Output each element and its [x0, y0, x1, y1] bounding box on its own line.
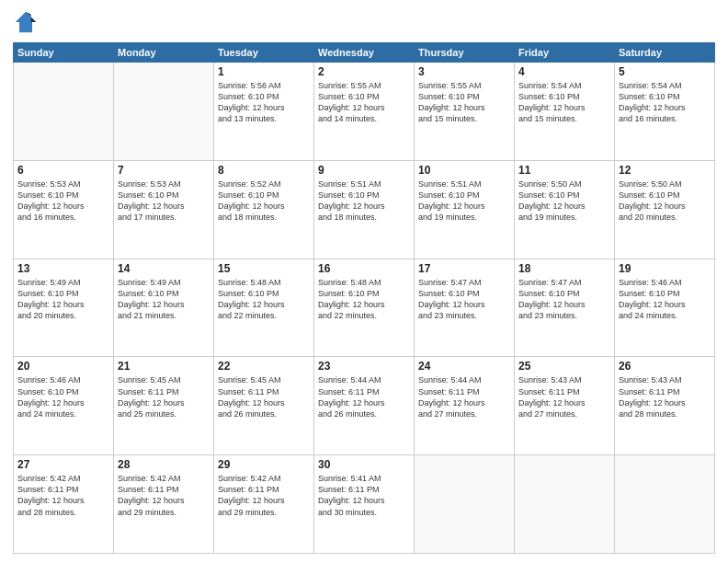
- col-header-monday: Monday: [114, 43, 214, 63]
- day-info: Sunrise: 5:43 AM Sunset: 6:11 PM Dayligh…: [619, 374, 711, 419]
- day-cell: 9Sunrise: 5:51 AM Sunset: 6:10 PM Daylig…: [314, 160, 415, 259]
- day-number: 23: [318, 360, 410, 373]
- day-cell: 23Sunrise: 5:44 AM Sunset: 6:11 PM Dayli…: [314, 357, 415, 455]
- day-cell: 2Sunrise: 5:55 AM Sunset: 6:10 PM Daylig…: [314, 63, 415, 161]
- day-info: Sunrise: 5:51 AM Sunset: 6:10 PM Dayligh…: [418, 178, 510, 224]
- col-header-friday: Friday: [515, 43, 615, 63]
- week-row-1: 1Sunrise: 5:56 AM Sunset: 6:10 PM Daylig…: [14, 63, 715, 161]
- day-info: Sunrise: 5:46 AM Sunset: 6:10 PM Dayligh…: [17, 374, 109, 419]
- day-number: 5: [619, 65, 711, 78]
- day-number: 1: [218, 65, 310, 78]
- day-cell: 17Sunrise: 5:47 AM Sunset: 6:10 PM Dayli…: [415, 259, 515, 357]
- day-info: Sunrise: 5:50 AM Sunset: 6:10 PM Dayligh…: [518, 178, 610, 224]
- col-header-sunday: Sunday: [14, 43, 114, 63]
- logo: [13, 9, 40, 35]
- day-number: 27: [17, 458, 109, 471]
- day-cell: [114, 63, 214, 161]
- day-info: Sunrise: 5:47 AM Sunset: 6:10 PM Dayligh…: [518, 277, 610, 322]
- day-number: 29: [218, 458, 310, 471]
- day-cell: 25Sunrise: 5:43 AM Sunset: 6:11 PM Dayli…: [515, 357, 615, 455]
- day-info: Sunrise: 5:50 AM Sunset: 6:10 PM Dayligh…: [619, 178, 711, 224]
- day-info: Sunrise: 5:54 AM Sunset: 6:10 PM Dayligh…: [619, 80, 711, 125]
- logo-icon: [13, 9, 39, 35]
- day-number: 4: [518, 65, 610, 78]
- day-cell: 18Sunrise: 5:47 AM Sunset: 6:10 PM Dayli…: [515, 259, 615, 357]
- day-number: 21: [118, 360, 210, 373]
- day-number: 25: [518, 360, 610, 373]
- day-number: 12: [619, 164, 711, 177]
- week-row-5: 27Sunrise: 5:42 AM Sunset: 6:11 PM Dayli…: [14, 455, 715, 554]
- day-cell: 19Sunrise: 5:46 AM Sunset: 6:10 PM Dayli…: [615, 259, 715, 357]
- day-cell: 15Sunrise: 5:48 AM Sunset: 6:10 PM Dayli…: [214, 259, 314, 357]
- day-cell: 6Sunrise: 5:53 AM Sunset: 6:10 PM Daylig…: [14, 160, 114, 259]
- day-number: 2: [318, 65, 410, 78]
- col-header-saturday: Saturday: [615, 43, 715, 63]
- day-info: Sunrise: 5:54 AM Sunset: 6:10 PM Dayligh…: [518, 80, 610, 125]
- day-info: Sunrise: 5:51 AM Sunset: 6:10 PM Dayligh…: [318, 178, 410, 224]
- day-info: Sunrise: 5:42 AM Sunset: 6:11 PM Dayligh…: [218, 473, 310, 518]
- week-row-3: 13Sunrise: 5:49 AM Sunset: 6:10 PM Dayli…: [14, 259, 715, 357]
- day-cell: 12Sunrise: 5:50 AM Sunset: 6:10 PM Dayli…: [615, 160, 715, 259]
- day-info: Sunrise: 5:52 AM Sunset: 6:10 PM Dayligh…: [218, 178, 310, 224]
- day-info: Sunrise: 5:44 AM Sunset: 6:11 PM Dayligh…: [318, 374, 410, 419]
- day-number: 8: [218, 164, 310, 177]
- day-number: 19: [619, 262, 711, 275]
- day-number: 7: [118, 164, 210, 177]
- calendar-table: SundayMondayTuesdayWednesdayThursdayFrid…: [13, 42, 715, 554]
- col-header-thursday: Thursday: [415, 43, 515, 63]
- day-cell: 11Sunrise: 5:50 AM Sunset: 6:10 PM Dayli…: [515, 160, 615, 259]
- day-cell: 8Sunrise: 5:52 AM Sunset: 6:10 PM Daylig…: [214, 160, 314, 259]
- day-cell: 30Sunrise: 5:41 AM Sunset: 6:11 PM Dayli…: [314, 455, 415, 554]
- day-info: Sunrise: 5:56 AM Sunset: 6:10 PM Dayligh…: [218, 80, 310, 125]
- day-cell: 1Sunrise: 5:56 AM Sunset: 6:10 PM Daylig…: [214, 63, 314, 161]
- day-number: 14: [118, 262, 210, 275]
- day-cell: 24Sunrise: 5:44 AM Sunset: 6:11 PM Dayli…: [415, 357, 515, 455]
- day-number: 17: [418, 262, 510, 275]
- day-number: 9: [318, 164, 410, 177]
- day-info: Sunrise: 5:47 AM Sunset: 6:10 PM Dayligh…: [418, 277, 510, 322]
- day-number: 11: [518, 164, 610, 177]
- day-info: Sunrise: 5:45 AM Sunset: 6:11 PM Dayligh…: [118, 374, 210, 419]
- day-cell: 21Sunrise: 5:45 AM Sunset: 6:11 PM Dayli…: [114, 357, 214, 455]
- day-cell: [415, 455, 515, 554]
- day-info: Sunrise: 5:42 AM Sunset: 6:11 PM Dayligh…: [118, 473, 210, 518]
- day-cell: 7Sunrise: 5:53 AM Sunset: 6:10 PM Daylig…: [114, 160, 214, 259]
- day-info: Sunrise: 5:49 AM Sunset: 6:10 PM Dayligh…: [118, 277, 210, 322]
- page: SundayMondayTuesdayWednesdayThursdayFrid…: [0, 0, 728, 563]
- col-header-tuesday: Tuesday: [214, 43, 314, 63]
- day-cell: 14Sunrise: 5:49 AM Sunset: 6:10 PM Dayli…: [114, 259, 214, 357]
- day-info: Sunrise: 5:45 AM Sunset: 6:11 PM Dayligh…: [218, 374, 310, 419]
- calendar-header-row: SundayMondayTuesdayWednesdayThursdayFrid…: [14, 43, 715, 63]
- day-info: Sunrise: 5:53 AM Sunset: 6:10 PM Dayligh…: [17, 178, 109, 224]
- day-info: Sunrise: 5:48 AM Sunset: 6:10 PM Dayligh…: [218, 277, 310, 322]
- day-cell: [14, 63, 114, 161]
- day-cell: [515, 455, 615, 554]
- day-cell: 4Sunrise: 5:54 AM Sunset: 6:10 PM Daylig…: [515, 63, 615, 161]
- day-number: 28: [118, 458, 210, 471]
- day-cell: 28Sunrise: 5:42 AM Sunset: 6:11 PM Dayli…: [114, 455, 214, 554]
- day-cell: 27Sunrise: 5:42 AM Sunset: 6:11 PM Dayli…: [14, 455, 114, 554]
- day-info: Sunrise: 5:46 AM Sunset: 6:10 PM Dayligh…: [619, 277, 711, 322]
- day-cell: 22Sunrise: 5:45 AM Sunset: 6:11 PM Dayli…: [214, 357, 314, 455]
- day-info: Sunrise: 5:42 AM Sunset: 6:11 PM Dayligh…: [17, 473, 109, 518]
- day-info: Sunrise: 5:44 AM Sunset: 6:11 PM Dayligh…: [418, 374, 510, 419]
- col-header-wednesday: Wednesday: [314, 43, 415, 63]
- day-number: 24: [418, 360, 510, 373]
- day-number: 15: [218, 262, 310, 275]
- day-number: 26: [619, 360, 711, 373]
- day-info: Sunrise: 5:55 AM Sunset: 6:10 PM Dayligh…: [318, 80, 410, 125]
- week-row-4: 20Sunrise: 5:46 AM Sunset: 6:10 PM Dayli…: [14, 357, 715, 455]
- day-number: 13: [17, 262, 109, 275]
- day-number: 10: [418, 164, 510, 177]
- week-row-2: 6Sunrise: 5:53 AM Sunset: 6:10 PM Daylig…: [14, 160, 715, 259]
- day-cell: 10Sunrise: 5:51 AM Sunset: 6:10 PM Dayli…: [415, 160, 515, 259]
- day-cell: 26Sunrise: 5:43 AM Sunset: 6:11 PM Dayli…: [615, 357, 715, 455]
- day-number: 30: [318, 458, 410, 471]
- day-number: 20: [17, 360, 109, 373]
- day-number: 6: [17, 164, 109, 177]
- day-number: 16: [318, 262, 410, 275]
- header: [13, 9, 715, 35]
- day-info: Sunrise: 5:55 AM Sunset: 6:10 PM Dayligh…: [418, 80, 510, 125]
- day-cell: 16Sunrise: 5:48 AM Sunset: 6:10 PM Dayli…: [314, 259, 415, 357]
- day-info: Sunrise: 5:43 AM Sunset: 6:11 PM Dayligh…: [518, 374, 610, 419]
